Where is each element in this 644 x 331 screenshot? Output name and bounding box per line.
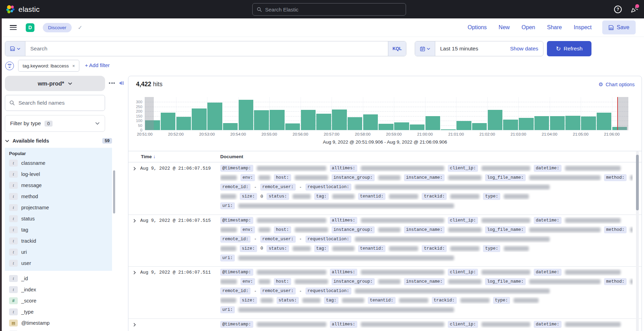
chart-bar[interactable] bbox=[441, 129, 456, 130]
elastic-brand[interactable]: elastic bbox=[6, 5, 40, 14]
expand-row-icon[interactable] bbox=[133, 219, 137, 223]
doc-field-chip[interactable]: remote_user: bbox=[260, 288, 296, 294]
available-fields-header[interactable]: Available fields 59 bbox=[5, 138, 112, 144]
doc-field-chip[interactable]: type: bbox=[493, 297, 510, 304]
saved-query-menu-button[interactable] bbox=[5, 41, 25, 56]
doc-field-chip[interactable]: @timestamp: bbox=[220, 321, 253, 328]
doc-field-chip[interactable]: @timestamp: bbox=[220, 165, 253, 172]
expand-row-icon[interactable] bbox=[133, 271, 137, 275]
chart-bar[interactable] bbox=[192, 108, 207, 130]
field-item[interactable]: tclassname bbox=[8, 158, 112, 169]
date-picker[interactable]: Last 15 minutes Show dates bbox=[415, 41, 543, 56]
chart-bar[interactable] bbox=[161, 113, 176, 130]
chart-bar[interactable] bbox=[301, 110, 316, 130]
doc-field-chip[interactable]: instance_group: bbox=[332, 174, 375, 181]
doc-field-chip[interactable]: alltimes: bbox=[330, 165, 358, 172]
doc-field-chip[interactable]: trackid: bbox=[432, 297, 457, 304]
doc-field-chip[interactable]: status: bbox=[267, 193, 289, 200]
doc-field-chip[interactable]: client_ip: bbox=[448, 217, 478, 224]
save-button[interactable]: Save bbox=[602, 21, 636, 34]
doc-field-chip[interactable]: instance_group: bbox=[332, 226, 375, 233]
doc-field-chip[interactable]: instance_group: bbox=[332, 278, 375, 285]
menu-icon[interactable] bbox=[10, 25, 17, 30]
field-item[interactable]: ▤@timestamp bbox=[8, 317, 112, 329]
doc-field-chip[interactable]: remote_user: bbox=[260, 236, 296, 243]
field-item[interactable]: taccountid bbox=[8, 329, 112, 331]
doc-field-chip[interactable]: tenantid: bbox=[358, 193, 386, 200]
new-link[interactable]: New bbox=[499, 24, 510, 31]
doc-field-chip[interactable]: host: bbox=[274, 278, 291, 285]
chart-bar[interactable] bbox=[550, 116, 565, 130]
show-dates-link[interactable]: Show dates bbox=[510, 46, 538, 52]
doc-field-chip[interactable]: instance_name: bbox=[404, 226, 445, 233]
chart-options-button[interactable]: ⚙ Chart options bbox=[598, 81, 635, 88]
index-pattern-selector[interactable]: wm-prod* bbox=[5, 76, 105, 91]
share-link[interactable]: Share bbox=[547, 24, 562, 31]
doc-field-chip[interactable]: alltimes: bbox=[330, 321, 358, 328]
doc-field-chip[interactable]: client_ip: bbox=[448, 321, 478, 328]
kql-search-input[interactable]: Search KQL bbox=[5, 41, 406, 56]
doc-field-chip[interactable]: uri: bbox=[220, 202, 235, 209]
doc-field-chip[interactable]: host: bbox=[274, 174, 291, 181]
chart-bar[interactable] bbox=[254, 110, 269, 130]
doc-field-chip[interactable]: method: bbox=[604, 174, 627, 181]
chart-bar[interactable] bbox=[410, 124, 425, 130]
field-item[interactable]: ttrackid bbox=[8, 235, 112, 247]
doc-field-chip[interactable]: requestlocation: bbox=[305, 236, 351, 243]
doc-field-chip[interactable]: status: bbox=[277, 297, 299, 304]
chart-bar[interactable] bbox=[488, 110, 503, 130]
field-item[interactable]: t_id bbox=[8, 273, 112, 284]
chart-bar[interactable] bbox=[348, 117, 363, 130]
doc-field-chip[interactable]: env: bbox=[240, 278, 255, 285]
doc-field-chip[interactable]: datetime: bbox=[534, 269, 562, 276]
field-item[interactable]: tmessage bbox=[8, 180, 112, 191]
chart-bar[interactable] bbox=[239, 100, 254, 130]
open-link[interactable]: Open bbox=[522, 24, 535, 31]
field-stats-toggle-icon[interactable] bbox=[109, 82, 115, 84]
collapse-sidebar-icon[interactable] bbox=[118, 80, 124, 86]
chart-bar[interactable] bbox=[597, 113, 612, 130]
breadcrumb-discover[interactable]: Discover bbox=[43, 23, 72, 32]
doc-field-chip[interactable]: status: bbox=[267, 245, 289, 252]
field-item[interactable]: tprojectname bbox=[8, 202, 112, 213]
doc-field-chip[interactable]: type: bbox=[483, 193, 500, 200]
doc-field-chip[interactable]: uri: bbox=[220, 306, 235, 313]
field-item[interactable]: tlog-level bbox=[8, 169, 112, 180]
calendar-menu-button[interactable] bbox=[415, 41, 435, 56]
chart-bar[interactable] bbox=[456, 121, 471, 130]
chart-bar[interactable] bbox=[519, 118, 534, 130]
chart-bar[interactable] bbox=[394, 122, 409, 130]
doc-field-chip[interactable]: env: bbox=[240, 174, 255, 181]
time-range-value[interactable]: Last 15 minutes bbox=[440, 46, 510, 52]
doc-field-chip[interactable]: tag: bbox=[314, 245, 329, 252]
chart-bar[interactable] bbox=[270, 110, 285, 130]
doc-field-chip[interactable]: log_file_name: bbox=[485, 174, 526, 181]
chart-bar[interactable] bbox=[581, 116, 596, 130]
add-filter-link[interactable]: + Add filter bbox=[85, 62, 110, 68]
filter-pill[interactable]: tag.keyword: lbaccess × bbox=[18, 60, 79, 72]
filter-menu-icon[interactable] bbox=[5, 62, 14, 70]
doc-field-chip[interactable]: tenantid: bbox=[358, 245, 386, 252]
doc-field-chip[interactable]: log_file_name: bbox=[485, 226, 526, 233]
doc-field-chip[interactable]: host: bbox=[274, 226, 291, 233]
chart-bar[interactable] bbox=[472, 123, 487, 130]
doc-field-chip[interactable]: requestlocation: bbox=[305, 184, 351, 191]
remove-filter-icon[interactable]: × bbox=[72, 63, 75, 68]
expand-row-icon[interactable] bbox=[133, 167, 137, 171]
doc-field-chip[interactable]: size: bbox=[240, 297, 257, 304]
doc-field-chip[interactable]: datetime: bbox=[534, 165, 562, 172]
doc-field-chip[interactable]: client_ip: bbox=[448, 165, 478, 172]
doc-field-chip[interactable]: datetime: bbox=[534, 321, 562, 328]
doc-field-chip[interactable]: trackid: bbox=[422, 245, 447, 252]
chart-bar[interactable] bbox=[565, 116, 580, 130]
chart-bar[interactable] bbox=[207, 103, 222, 130]
doc-field-chip[interactable]: remote_id: bbox=[220, 184, 251, 191]
field-search-input[interactable]: Search field names bbox=[5, 95, 105, 111]
doc-field-chip[interactable]: method: bbox=[604, 226, 627, 233]
doc-field-chip[interactable]: alltimes: bbox=[330, 269, 358, 276]
options-link[interactable]: Options bbox=[468, 24, 487, 31]
table-scrollbar-thumb[interactable] bbox=[636, 155, 639, 210]
chart-bar[interactable] bbox=[332, 110, 347, 130]
field-item[interactable]: #_score bbox=[8, 295, 112, 306]
field-item[interactable]: t_index bbox=[8, 284, 112, 295]
